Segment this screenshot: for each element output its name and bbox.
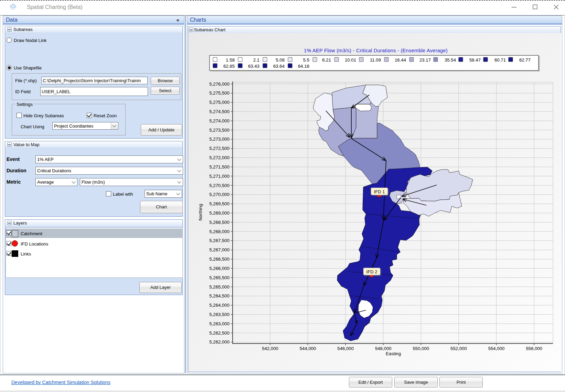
svg-text:5,265,000: 5,265,000 <box>209 284 230 290</box>
svg-text:1.58: 1.58 <box>226 57 235 63</box>
svg-text:IFD 1: IFD 1 <box>374 189 385 194</box>
svg-text:5,264,000: 5,264,000 <box>209 303 230 308</box>
svg-text:5,269,500: 5,269,500 <box>209 201 230 206</box>
svg-text:16.44: 16.44 <box>395 57 406 63</box>
svg-text:5,275,500: 5,275,500 <box>209 90 230 96</box>
svg-text:5,269,000: 5,269,000 <box>209 210 230 216</box>
svg-text:5,263,500: 5,263,500 <box>209 312 230 317</box>
svg-text:544,000: 544,000 <box>300 346 316 351</box>
svg-text:5,262,000: 5,262,000 <box>209 339 230 345</box>
svg-text:5,274,000: 5,274,000 <box>209 118 230 123</box>
svg-text:64.16: 64.16 <box>298 64 309 69</box>
svg-text:60.71: 60.71 <box>494 57 506 63</box>
svg-text:5,268,000: 5,268,000 <box>209 229 230 234</box>
svg-text:542,000: 542,000 <box>262 346 278 351</box>
svg-text:IFD 2: IFD 2 <box>366 269 377 274</box>
svg-text:11.09: 11.09 <box>370 57 381 63</box>
svg-text:5,276,000: 5,276,000 <box>209 81 230 87</box>
svg-text:1% AEP Flow (m3/s) - Critic: 1% AEP Flow (m3/s) - Critical Durations … <box>304 48 448 53</box>
svg-text:556,000: 556,000 <box>526 346 542 351</box>
svg-text:5,267,500: 5,267,500 <box>209 238 230 243</box>
svg-text:5,266,500: 5,266,500 <box>209 257 230 262</box>
svg-text:5,266,000: 5,266,000 <box>209 266 230 271</box>
svg-text:5,264,500: 5,264,500 <box>209 293 230 298</box>
svg-text:5,271,500: 5,271,500 <box>209 164 230 170</box>
svg-text:5,272,000: 5,272,000 <box>209 155 230 160</box>
svg-text:5,275,000: 5,275,000 <box>209 100 230 105</box>
svg-text:5,272,500: 5,272,500 <box>209 146 230 151</box>
svg-text:548,000: 548,000 <box>375 346 392 351</box>
svg-text:5,263,000: 5,263,000 <box>209 321 230 326</box>
svg-text:5.5: 5.5 <box>303 57 309 63</box>
svg-text:63.43: 63.43 <box>248 64 259 69</box>
svg-text:550,000: 550,000 <box>413 346 429 351</box>
svg-text:5,271,000: 5,271,000 <box>209 174 230 179</box>
svg-text:2.1: 2.1 <box>253 57 259 63</box>
svg-text:5,267,000: 5,267,000 <box>209 247 230 252</box>
svg-text:10.01: 10.01 <box>345 57 356 63</box>
svg-text:63.64: 63.64 <box>273 64 285 69</box>
svg-text:5,274,500: 5,274,500 <box>209 109 230 114</box>
svg-text:Easting: Easting <box>386 351 401 356</box>
svg-text:552,000: 552,000 <box>450 346 467 351</box>
svg-text:5,262,500: 5,262,500 <box>209 330 230 336</box>
svg-text:5.08: 5.08 <box>276 57 285 63</box>
svg-text:5,273,000: 5,273,000 <box>209 137 230 142</box>
svg-text:546,000: 546,000 <box>337 346 354 351</box>
svg-text:23.17: 23.17 <box>419 57 431 63</box>
svg-text:554,000: 554,000 <box>488 346 505 351</box>
svg-text:5,270,500: 5,270,500 <box>209 183 230 188</box>
svg-text:Northing: Northing <box>198 204 203 220</box>
svg-text:58.47: 58.47 <box>469 57 481 63</box>
svg-text:35.54: 35.54 <box>445 57 456 63</box>
svg-text:62.85: 62.85 <box>223 64 235 69</box>
svg-text:5,270,000: 5,270,000 <box>209 192 230 197</box>
svg-text:62.77: 62.77 <box>519 57 531 63</box>
svg-text:5,268,500: 5,268,500 <box>209 220 230 225</box>
svg-text:5,273,500: 5,273,500 <box>209 128 230 133</box>
svg-text:6.21: 6.21 <box>322 57 331 63</box>
svg-text:5,265,500: 5,265,500 <box>209 275 230 280</box>
